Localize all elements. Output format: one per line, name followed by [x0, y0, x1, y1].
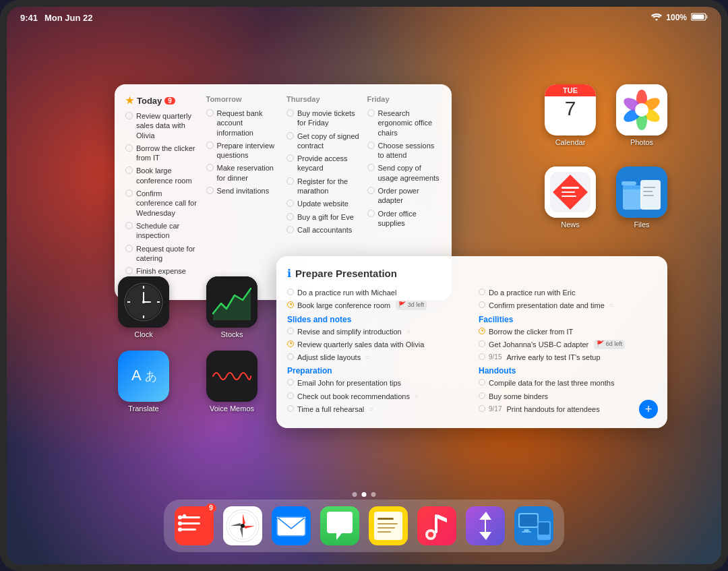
svg-rect-67: [377, 527, 395, 529]
dock-remotedesktop[interactable]: [514, 506, 553, 545]
page-dot-3: [371, 492, 376, 497]
calendar-app[interactable]: TUE 7 Calendar: [545, 84, 596, 146]
tomorrow-column: Tomorrow Request bank account informatio…: [206, 95, 280, 289]
page-dot-1: [353, 492, 357, 497]
svg-text:A: A: [131, 367, 142, 384]
voicememos-app[interactable]: Voice Memos: [206, 351, 257, 413]
svg-point-57: [241, 524, 245, 528]
files-app[interactable]: Files: [616, 167, 667, 229]
dock-notes[interactable]: [369, 506, 408, 545]
task-item: Confirm conference call for Wednesday: [125, 189, 200, 218]
svg-rect-22: [643, 187, 655, 188]
widget-header: ℹ Prepare Presentation: [287, 267, 657, 280]
preparation-header: Preparation: [287, 366, 465, 375]
svg-point-34: [142, 301, 145, 303]
prep-task: Confirm presentation date and time ○: [479, 301, 657, 310]
svg-rect-76: [520, 514, 537, 527]
prep-task: Revise and simplify introduction ○: [287, 327, 465, 336]
svg-rect-64: [374, 512, 402, 540]
status-time: 9:41: [20, 13, 38, 23]
today-badge: 9: [164, 97, 175, 104]
dock-reminders[interactable]: 9: [175, 506, 214, 545]
dock-mail[interactable]: [272, 506, 311, 545]
clock-label: Clock: [134, 330, 153, 338]
translate-app[interactable]: A あ Translate: [118, 351, 169, 413]
prep-task: Check out book recommendations ○: [287, 392, 465, 401]
task-item: Book large conference room: [125, 166, 200, 185]
task-item: Make reservation for dinner: [206, 163, 280, 183]
svg-rect-15: [562, 191, 575, 193]
svg-rect-79: [524, 529, 529, 531]
task-item: Get copy of signed contract: [286, 131, 361, 151]
task-item: Borrow the clicker from IT: [125, 144, 200, 163]
widget-title: Prepare Presentation: [295, 268, 397, 279]
prep-task: Time a full rehearsal ○: [287, 404, 465, 414]
prep-task: ★ Review quarterly sales data with Olivi…: [287, 340, 465, 349]
prep-task: Buy some binders: [479, 392, 657, 401]
task-item: Register for the marathon: [286, 177, 361, 196]
task-item: Update website: [286, 199, 361, 208]
prep-right-col: Do a practice run with Eric Confirm pres…: [479, 288, 657, 417]
svg-rect-24: [643, 195, 654, 196]
task-item: Schedule car inspection: [125, 221, 200, 241]
task-item: Provide access keycard: [286, 154, 361, 173]
task-item: Order office supplies: [367, 209, 442, 229]
svg-rect-1: [706, 15, 708, 18]
svg-point-45: [178, 522, 182, 526]
prepare-presentation-widget: ℹ Prepare Presentation Do a practice run…: [276, 256, 667, 428]
facilities-header: Facilities: [479, 315, 657, 324]
page-dot-2: [362, 492, 367, 497]
status-bar: 9:41 Mon Jun 22 100%: [7, 7, 721, 28]
slides-notes-header: Slides and notes: [287, 315, 465, 324]
task-item: Research ergonomic office chairs: [367, 109, 442, 138]
svg-point-71: [428, 532, 433, 537]
svg-rect-2: [692, 14, 704, 19]
prep-task: 9/17 Print handouts for attendees: [479, 404, 657, 414]
svg-point-11: [635, 103, 648, 117]
translate-label: Translate: [128, 404, 158, 413]
stocks-app[interactable]: Stocks: [206, 276, 257, 338]
dock-shortcuts[interactable]: [466, 506, 505, 545]
svg-rect-44: [181, 522, 200, 524]
svg-point-47: [178, 528, 182, 532]
dock-messages[interactable]: [320, 506, 359, 545]
task-item: Order power adapter: [367, 186, 442, 206]
svg-rect-20: [621, 181, 636, 185]
news-app[interactable]: News: [545, 167, 596, 229]
svg-rect-68: [377, 531, 391, 533]
task-item: Send copy of usage agreements: [367, 163, 442, 183]
reminders-badge: 9: [206, 504, 216, 512]
task-item: Buy a gift for Eve: [286, 212, 361, 222]
svg-rect-16: [562, 196, 576, 197]
svg-point-43: [178, 516, 182, 520]
dock-music[interactable]: [417, 506, 456, 545]
task-item: Review quarterly sales data with Olivia: [125, 111, 200, 140]
svg-rect-37: [118, 351, 169, 402]
status-date: Mon Jun 22: [44, 13, 93, 23]
screen: 9:41 Mon Jun 22 100% ★ Today: [7, 7, 721, 564]
prep-task: Email John for presentation tips: [287, 378, 465, 388]
stocks-label: Stocks: [220, 330, 243, 338]
battery-text: 100%: [666, 13, 687, 22]
photos-app[interactable]: Photos: [616, 84, 667, 146]
task-item: Request quote for catering: [125, 244, 200, 264]
top-app-icons: TUE 7 Calendar: [545, 84, 667, 229]
svg-rect-80: [522, 531, 531, 533]
prep-task: Do a practice run with Michael: [287, 288, 465, 297]
info-icon: ℹ: [287, 267, 291, 280]
tag-3d: 🚩 3d left: [396, 301, 427, 310]
task-item: Request bank account information: [206, 109, 280, 138]
battery-icon: [691, 13, 708, 23]
prep-task: 9/15 Arrive early to test IT's setup: [479, 353, 657, 362]
task-item: Prepare interview questions: [206, 141, 280, 160]
clock-app[interactable]: Clock: [118, 276, 169, 338]
svg-rect-72: [435, 514, 437, 533]
task-item: Send invitations: [206, 186, 280, 196]
dock-safari[interactable]: [223, 506, 262, 545]
today-label: Today: [137, 96, 162, 106]
today-column: ★ Today 9 Review quarterly sales data wi…: [125, 95, 200, 289]
svg-rect-65: [377, 518, 394, 520]
svg-rect-78: [539, 522, 549, 535]
prep-task: Get Johanna's USB-C adapter 🚩 6d left: [479, 340, 657, 349]
svg-rect-40: [206, 351, 257, 402]
